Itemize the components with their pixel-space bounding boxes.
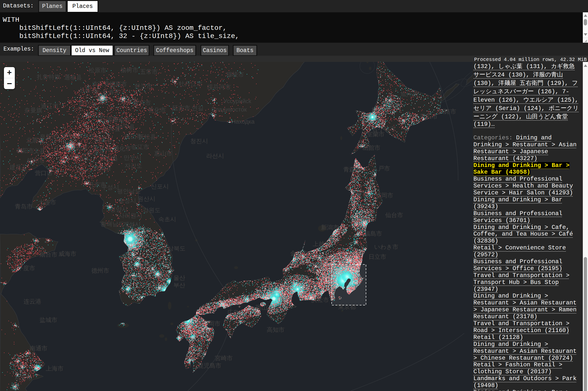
svg-text:敦化市: 敦化市 (148, 106, 166, 113)
svg-text:义县: 义县 (33, 148, 45, 154)
svg-text:扎鲁特旗: 扎鲁特旗 (37, 74, 60, 80)
svg-text:通辽市: 通辽市 (41, 103, 59, 109)
svg-text:仙台市: 仙台市 (385, 212, 403, 218)
svg-text:惠山市: 惠山市 (154, 150, 172, 157)
svg-text:사리원시: 사리원시 (119, 212, 142, 219)
svg-text:建昌县: 建昌县 (9, 164, 27, 171)
svg-text:牡丹江市: 牡丹江市 (179, 81, 202, 87)
svg-text:구성시: 구성시 (101, 184, 119, 191)
svg-text:いわき市: いわき市 (374, 243, 398, 250)
svg-text:桓仁县: 桓仁县 (100, 155, 118, 162)
svg-text:铁岭市: 铁岭市 (77, 133, 95, 139)
svg-text:Уссурийск: Уссурийск (223, 98, 251, 104)
svg-text:경상북도: 경상북도 (162, 245, 185, 252)
svg-text:五常市: 五常市 (140, 68, 158, 75)
svg-text:日立市: 日立市 (368, 253, 386, 260)
svg-text:柳河县: 柳河县 (103, 125, 121, 132)
svg-text:锦州市: 锦州市 (27, 157, 45, 164)
svg-text:南通市: 南通市 (30, 345, 47, 352)
svg-text:八戸市: 八戸市 (372, 165, 390, 172)
svg-text:원산시: 원산시 (138, 196, 155, 202)
svg-text:宽甸县: 宽甸县 (94, 165, 111, 171)
svg-text:盛岡市: 盛岡市 (375, 192, 393, 198)
svg-text:盐城市: 盐城市 (39, 316, 57, 323)
svg-text:绥芬河市: 绥芬河市 (207, 84, 231, 90)
svg-text:北票市: 北票市 (26, 137, 44, 144)
svg-text:德惠市: 德惠市 (109, 81, 127, 87)
svg-text:만포시: 만포시 (124, 154, 142, 161)
svg-text:청진시: 청진시 (190, 138, 208, 144)
svg-text:신포시: 신포시 (151, 183, 169, 190)
svg-text:延吉市 연길: 延吉市 연길 (172, 104, 204, 111)
svg-text:울산: 울산 (173, 274, 185, 281)
svg-text:上越市: 上越市 (313, 241, 330, 247)
svg-text:鹿児島市: 鹿児島市 (198, 362, 221, 369)
svg-text:抚松县: 抚松县 (138, 133, 156, 140)
svg-text:高知市: 高知市 (267, 326, 285, 333)
svg-text:青岛市: 青岛市 (15, 203, 33, 210)
svg-text:강원도: 강원도 (143, 207, 160, 213)
svg-text:连云港: 连云港 (23, 298, 41, 305)
svg-text:穆棱市: 穆棱市 (226, 71, 244, 78)
svg-text:上海市: 上海市 (46, 365, 63, 372)
svg-text:부산: 부산 (173, 282, 185, 288)
svg-text:德州市: 德州市 (91, 267, 109, 274)
svg-text:평안남도: 평안남도 (117, 188, 141, 195)
svg-text:通化市: 通化市 (113, 145, 131, 152)
svg-text:宮崎市: 宮崎市 (215, 355, 233, 361)
svg-text:속초시: 속초시 (158, 216, 176, 222)
svg-text:威海市: 威海市 (59, 250, 76, 257)
svg-text:室蘭市: 室蘭市 (367, 131, 385, 137)
svg-text:Находка: Находка (231, 118, 255, 125)
svg-text:通榆县: 通榆县 (64, 74, 82, 81)
svg-text:福島市: 福島市 (364, 230, 382, 237)
svg-text:榆树市: 榆树市 (121, 67, 138, 73)
svg-text:松原市: 松原市 (89, 67, 106, 74)
svg-text:자강도: 자강도 (125, 162, 142, 169)
svg-text:烟台市: 烟台市 (39, 251, 57, 258)
svg-text:라선시: 라선시 (206, 152, 224, 159)
svg-text:奈曼旗: 奈曼旗 (24, 107, 42, 113)
svg-text:Владивосток: Владивосток (211, 106, 247, 113)
